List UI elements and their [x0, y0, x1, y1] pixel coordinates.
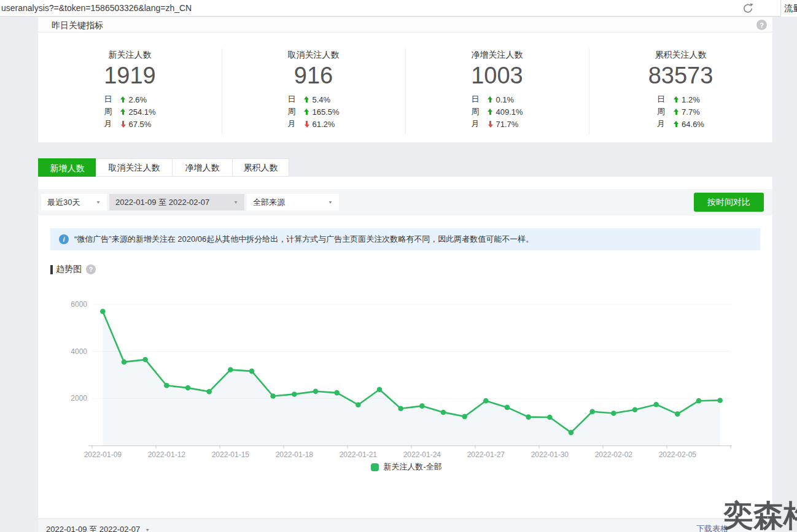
url-bar-section: useranalysis?=&token=1586503326&lang=zh_… [0, 0, 781, 17]
stat-row: 月67.5% [104, 118, 155, 130]
stat-period-label: 月 [471, 118, 488, 129]
metric-tabs: 新增人数 取消关注人数 净增人数 累积人数 [38, 158, 289, 177]
stat-row: 日2.6% [104, 93, 155, 106]
time-range-select[interactable]: 最近30天 ▼ [41, 194, 107, 210]
tab-new-count[interactable]: 新增人数 [38, 158, 96, 177]
chart-legend[interactable]: 新关注人数-全部 [63, 461, 750, 472]
source-select[interactable]: 全部来源 ▼ [247, 194, 339, 210]
stat-period-label: 周 [657, 106, 674, 117]
stat-value: 1.2% [682, 95, 700, 104]
stat-value: 0.1% [496, 95, 514, 104]
svg-text:2022-01-21: 2022-01-21 [340, 450, 378, 459]
chevron-down-icon: ▼ [145, 527, 150, 532]
trend-arrow-icon [674, 121, 679, 128]
stat-value: 5.4% [312, 95, 330, 104]
stat-row: 周165.5% [287, 106, 339, 118]
trend-arrow-icon [304, 96, 309, 103]
metric-value: 1003 [405, 62, 589, 89]
browser-right-text: 流量主 [784, 3, 797, 14]
metric-title: 净增关注人数 [405, 50, 589, 61]
trend-arrow-icon [304, 121, 309, 128]
metric-stats: 日5.4% 周165.5% 月61.2% [287, 93, 339, 130]
stat-period-label: 月 [287, 118, 304, 129]
tab-total-count[interactable]: 累积人数 [232, 158, 289, 177]
trend-chart-header: 趋势图 ? [50, 264, 96, 275]
time-range-value: 最近30天 [47, 197, 80, 208]
notice-text: “微信广告”来源的新增关注在 2020/06起从其他中拆分给出，计算方式与广告主… [74, 234, 534, 245]
bottom-date-range-select[interactable]: 2022-01-09 至 2022-02-07 ▼ [46, 524, 150, 532]
watermark-text: 奕森格 [723, 501, 797, 531]
stat-period-label: 周 [471, 106, 488, 117]
metrics-panel-header: 昨日关键指标 ? [38, 17, 772, 33]
stat-period-label: 周 [287, 106, 304, 117]
help-icon[interactable]: ? [86, 264, 96, 274]
trend-arrow-icon [120, 96, 126, 103]
stat-value: 409.1% [496, 107, 523, 117]
metric-stats: 日2.6% 周254.1% 月67.5% [104, 93, 155, 130]
stat-value: 254.1% [128, 107, 155, 117]
trend-arrow-icon [488, 96, 493, 103]
trend-chart-title: 趋势图 [56, 264, 82, 275]
metric-stats: 日0.1% 周409.1% 月71.7% [471, 93, 523, 130]
stat-period-label: 月 [104, 118, 120, 129]
chevron-down-icon: ▼ [328, 200, 333, 205]
stat-period-label: 日 [471, 94, 488, 105]
svg-text:2022-01-09: 2022-01-09 [84, 450, 122, 459]
trend-arrow-icon [120, 121, 126, 128]
metric-value: 916 [222, 62, 405, 89]
refresh-icon[interactable] [742, 2, 754, 14]
stat-row: 月71.7% [471, 118, 523, 130]
stat-value: 71.7% [496, 120, 518, 129]
trend-arrow-icon [488, 109, 493, 115]
metric-card-new-followers: 新关注人数 1919 日2.6% 周254.1% 月67.5% [38, 33, 222, 142]
svg-text:2022-02-02: 2022-02-02 [595, 450, 633, 459]
svg-text:2022-01-12: 2022-01-12 [148, 450, 186, 459]
bottom-date-range-value: 2022-01-09 至 2022-02-07 [46, 524, 140, 532]
section-marker [50, 265, 53, 274]
info-icon: i [59, 234, 69, 244]
stat-value: 165.5% [312, 107, 339, 117]
chevron-down-icon: ▼ [96, 200, 101, 205]
metric-title: 累积关注人数 [589, 50, 772, 61]
svg-text:6000: 6000 [71, 300, 87, 309]
date-range-select[interactable]: 2022-01-09 至 2022-02-07 ▼ [109, 194, 244, 210]
stat-row: 周254.1% [104, 106, 155, 118]
stat-value: 67.5% [128, 120, 151, 129]
svg-text:4000: 4000 [71, 347, 87, 356]
metric-card-net-growth: 净增关注人数 1003 日0.1% 周409.1% 月71.7% [405, 33, 589, 142]
metric-title: 取消关注人数 [222, 50, 405, 61]
tab-net-count[interactable]: 净增人数 [172, 158, 233, 177]
metric-stats: 日1.2% 周7.7% 月64.6% [657, 93, 704, 130]
metric-value: 1919 [38, 62, 222, 89]
help-icon[interactable]: ? [756, 20, 767, 30]
svg-text:2022-01-15: 2022-01-15 [212, 450, 250, 459]
notice-banner: i “微信广告”来源的新增关注在 2020/06起从其他中拆分给出，计算方式与广… [50, 228, 760, 250]
stat-row: 周409.1% [471, 106, 523, 118]
stat-value: 64.6% [682, 120, 704, 129]
metric-card-unfollowers: 取消关注人数 916 日5.4% 周165.5% 月61.2% [222, 33, 405, 142]
svg-text:2022-01-18: 2022-01-18 [276, 450, 314, 459]
metric-value: 83573 [589, 62, 772, 89]
svg-text:2022-01-30: 2022-01-30 [531, 450, 569, 459]
stat-row: 月64.6% [657, 118, 704, 130]
metrics-panel-title: 昨日关键指标 [52, 20, 103, 31]
legend-label: 新关注人数-全部 [383, 461, 441, 472]
stat-row: 月61.2% [287, 118, 339, 130]
bottom-section: 2022-01-09 至 2022-02-07 ▼ 下载表格 [38, 519, 772, 532]
svg-text:2022-01-27: 2022-01-27 [467, 450, 505, 459]
stat-value: 7.7% [682, 107, 700, 117]
stat-value: 2.6% [128, 95, 147, 104]
trend-arrow-icon [488, 121, 493, 128]
metric-title: 新关注人数 [38, 50, 222, 61]
stat-period-label: 日 [104, 94, 120, 105]
tab-unfollow-count[interactable]: 取消关注人数 [96, 158, 173, 177]
trend-arrow-icon [674, 109, 679, 115]
metrics-body: 新关注人数 1919 日2.6% 周254.1% 月67.5% 取消关注人数 9… [38, 33, 772, 142]
browser-url-bar: useranalysis?=&token=1586503326&lang=zh_… [0, 0, 797, 17]
filter-row: 最近30天 ▼ 2022-01-09 至 2022-02-07 ▼ 全部来源 ▼… [38, 189, 772, 215]
compare-by-time-button[interactable]: 按时间对比 [694, 193, 764, 212]
address-bar-url[interactable]: useranalysis?=&token=1586503326&lang=zh_… [1, 3, 192, 13]
trend-arrow-icon [120, 109, 126, 115]
trend-panel: 最近30天 ▼ 2022-01-09 至 2022-02-07 ▼ 全部来源 ▼… [38, 177, 772, 519]
legend-marker-icon [371, 463, 379, 471]
